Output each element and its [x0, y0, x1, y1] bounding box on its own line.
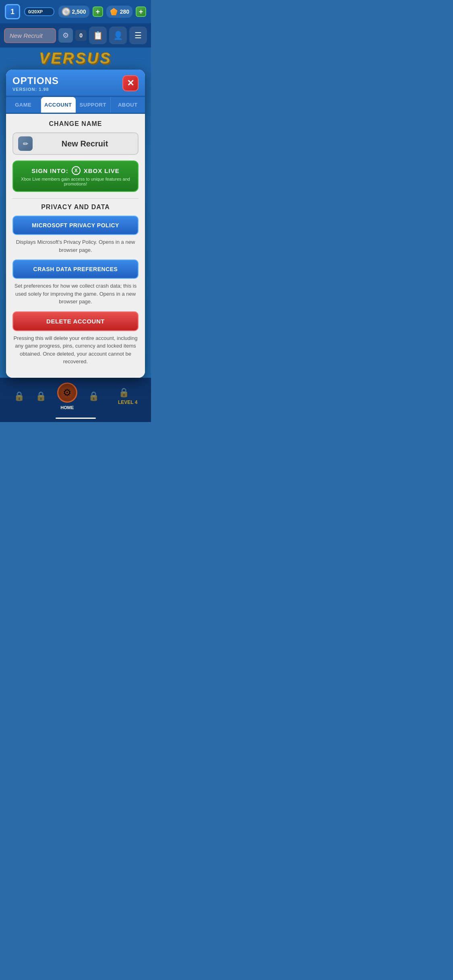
- modal-title-area: OPTIONS VERSION: 1.98: [12, 75, 59, 92]
- delete-account-desc: Pressing this will delete your entire ac…: [12, 334, 139, 366]
- tabs-row: GAME ACCOUNT SUPPORT ABOUT: [6, 97, 145, 114]
- xp-text: 0/20XP: [28, 9, 43, 14]
- nav-item-2[interactable]: 🔒: [35, 391, 46, 401]
- home-nav-item[interactable]: ⚙ HOME: [57, 383, 77, 410]
- coin-icon: ◎: [62, 7, 70, 16]
- name-field[interactable]: ✏ New Recruit: [12, 132, 139, 155]
- currency-group: ◎ 2,500 + 280 +: [58, 6, 146, 18]
- profile-button[interactable]: 👤: [109, 27, 127, 44]
- xp-bar: 0/20XP: [24, 7, 54, 16]
- search-text: New Recruit: [10, 32, 43, 39]
- level-badge: 1: [5, 4, 20, 19]
- delete-account-button[interactable]: DELETE ACCOUNT: [12, 311, 139, 331]
- gem-icon: [110, 7, 118, 16]
- search-field[interactable]: New Recruit: [4, 28, 56, 43]
- coins-value: 2,500: [72, 8, 86, 15]
- versus-text: VERSUS: [39, 50, 112, 67]
- xbox-signin-button[interactable]: SIGN INTO: X XBOX LIVE Xbox Live members…: [12, 161, 139, 192]
- crash-data-button[interactable]: CRASH DATA PREFERENCES: [12, 259, 139, 279]
- lock-icon-2: 🔒: [35, 391, 46, 401]
- options-modal: OPTIONS VERSION: 1.98 ✕ GAME ACCOUNT SUP…: [6, 70, 145, 378]
- current-name-text: New Recruit: [37, 139, 133, 148]
- lock-icon-5: 🔒: [118, 387, 129, 398]
- modal-title: OPTIONS: [12, 75, 59, 86]
- bottom-nav: 🔒 🔒 ⚙ HOME 🔒 🔒 LEVEL 4: [0, 378, 151, 422]
- menu-button[interactable]: ☰: [129, 27, 147, 44]
- xbox-subtitle: Xbox Live members gain access to unique …: [20, 177, 131, 186]
- news-button[interactable]: 📋: [89, 27, 107, 44]
- versus-area: VERSUS: [0, 47, 151, 70]
- gems-value: 280: [120, 8, 129, 15]
- change-name-title: CHANGE NAME: [12, 120, 139, 128]
- home-label: HOME: [60, 405, 74, 410]
- home-indicator-bar: [56, 418, 96, 419]
- tab-game[interactable]: GAME: [6, 97, 41, 113]
- nav-item-5[interactable]: 🔒 LEVEL 4: [110, 387, 137, 405]
- tab-account[interactable]: ACCOUNT: [41, 97, 76, 113]
- top-bar: 1 0/20XP ◎ 2,500 + 280 +: [0, 0, 151, 23]
- counter-badge: 0: [75, 30, 87, 41]
- modal-header: OPTIONS VERSION: 1.98 ✕: [6, 70, 145, 97]
- add-coins-button[interactable]: +: [93, 6, 103, 17]
- coins-display: ◎ 2,500: [58, 6, 89, 18]
- privacy-policy-desc: Displays Microsoft's Privacy Policy. Ope…: [12, 238, 139, 254]
- modal-body: CHANGE NAME ✏ New Recruit SIGN INTO: X X…: [6, 114, 145, 378]
- xbox-logo: X: [72, 166, 81, 175]
- xbox-title-row: SIGN INTO: X XBOX LIVE: [20, 166, 131, 175]
- gems-display: 280: [106, 6, 132, 18]
- nav-item-4[interactable]: 🔒: [88, 391, 99, 401]
- lock-icon-1: 🔒: [14, 391, 25, 401]
- level-indicator: LEVEL 4: [118, 399, 137, 405]
- nav-item-1[interactable]: 🔒: [14, 391, 25, 401]
- home-gear-icon: ⚙: [57, 383, 77, 403]
- privacy-section-title: PRIVACY AND DATA: [12, 204, 139, 211]
- modal-overlay: OPTIONS VERSION: 1.98 ✕ GAME ACCOUNT SUP…: [0, 70, 151, 378]
- gear-button[interactable]: ⚙: [58, 28, 73, 43]
- add-gems-button[interactable]: +: [136, 6, 146, 17]
- crash-data-desc: Set preferences for how we collect crash…: [12, 282, 139, 306]
- tab-about[interactable]: ABOUT: [111, 97, 145, 113]
- divider-1: [12, 198, 139, 199]
- close-button[interactable]: ✕: [122, 75, 139, 91]
- edit-name-button[interactable]: ✏: [18, 136, 33, 151]
- nav-bar: New Recruit ⚙ 0 📋 👤 ☰: [0, 23, 151, 47]
- modal-version: VERSION: 1.98: [12, 87, 59, 92]
- xbox-live-text: XBOX LIVE: [84, 167, 120, 174]
- xbox-signin-label: SIGN INTO:: [31, 167, 68, 174]
- lock-icon-4: 🔒: [88, 391, 99, 401]
- privacy-policy-button[interactable]: MICROSOFT PRIVACY POLICY: [12, 216, 139, 235]
- tab-support[interactable]: SUPPORT: [76, 97, 111, 113]
